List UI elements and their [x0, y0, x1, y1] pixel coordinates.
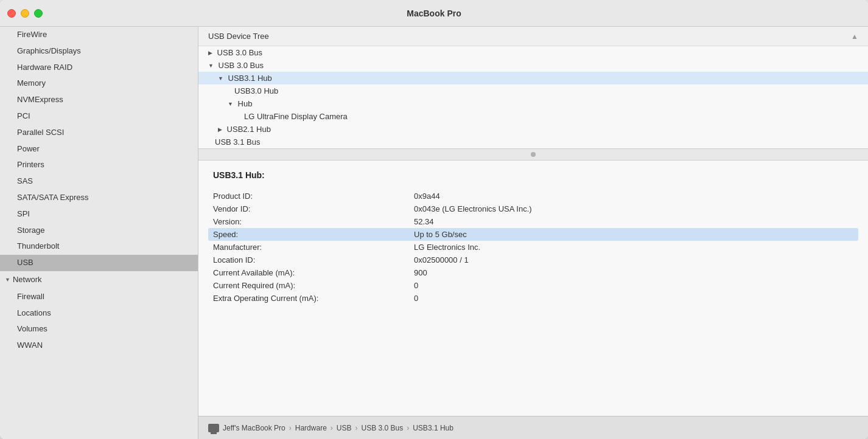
window-title: MacBook Pro	[407, 9, 461, 18]
right-panel: USB Device Tree ▲ ▶ USB 3.0 Bus ▼ USB 3.…	[198, 27, 868, 439]
sidebar-item-thunderbolt[interactable]: Thunderbolt	[0, 238, 198, 255]
usb-device-tree-section: USB Device Tree ▲ ▶ USB 3.0 Bus ▼ USB 3.…	[198, 27, 868, 148]
detail-value-speed: Up to 5 Gb/sec	[414, 230, 853, 239]
detail-value-current-available: 900	[414, 268, 853, 277]
detail-value-vendor-id: 0x043e (LG Electronics USA Inc.)	[414, 204, 853, 213]
window: MacBook Pro FireWire Graphics/Displays H…	[0, 0, 868, 439]
detail-row-location-id: Location ID: 0x02500000 / 1	[213, 254, 853, 266]
detail-row-current-required: Current Required (mA): 0	[213, 279, 853, 292]
detail-label-version: Version:	[213, 217, 414, 226]
detail-section: USB3.1 Hub: Product ID: 0x9a44 Vendor ID…	[198, 161, 868, 416]
sidebar-item-firewall[interactable]: Firewall	[0, 289, 198, 305]
detail-label-current-available: Current Available (mA):	[213, 268, 414, 277]
tree-toggle-icon: ▶	[218, 126, 222, 133]
detail-value-extra-operating: 0	[414, 294, 853, 303]
sidebar-item-storage[interactable]: Storage	[0, 223, 198, 239]
sidebar-item-spi[interactable]: SPI	[0, 206, 198, 223]
sidebar-item-sata[interactable]: SATA/SATA Express	[0, 190, 198, 206]
tree-toggle-icon: ▶	[208, 50, 212, 56]
sidebar-category-network-label: Network	[13, 274, 42, 286]
sidebar-item-graphics-displays[interactable]: Graphics/Displays	[0, 43, 198, 60]
detail-label-product-id: Product ID:	[213, 192, 414, 201]
detail-row-product-id: Product ID: 0x9a44	[213, 190, 853, 202]
sidebar-item-sas[interactable]: SAS	[0, 173, 198, 190]
tree-item-usb30-bus-2[interactable]: ▼ USB 3.0 Bus	[198, 59, 868, 72]
sidebar-category-network[interactable]: Network	[0, 271, 198, 289]
tree-header-title: USB Device Tree	[208, 32, 269, 41]
sidebar-item-pci[interactable]: PCI	[0, 108, 198, 125]
breadcrumb-computer: Jeff's MacBook Pro	[223, 424, 285, 432]
detail-row-current-available: Current Available (mA): 900	[213, 266, 853, 279]
tree-header: USB Device Tree ▲	[198, 27, 868, 46]
tree-item-hub[interactable]: ▼ Hub	[198, 97, 868, 110]
detail-row-speed[interactable]: Speed: Up to 5 Gb/sec	[208, 228, 858, 241]
detail-label-vendor-id: Vendor ID:	[213, 204, 414, 213]
detail-value-manufacturer: LG Electronics Inc.	[414, 243, 853, 252]
tree-item-usb31-bus[interactable]: ▶ USB 3.1 Bus	[198, 136, 868, 148]
computer-icon	[208, 424, 219, 432]
breadcrumb-sep-4: ›	[407, 424, 409, 432]
detail-row-vendor-id: Vendor ID: 0x043e (LG Electronics USA In…	[213, 202, 853, 215]
detail-label-speed: Speed:	[213, 230, 414, 239]
detail-label-location-id: Location ID:	[213, 255, 414, 264]
maximize-button[interactable]	[34, 9, 43, 18]
close-button[interactable]	[7, 9, 16, 18]
scroll-divider	[198, 148, 868, 161]
tree-toggle-icon: ▼	[228, 101, 233, 107]
main-content: FireWire Graphics/Displays Hardware RAID…	[0, 27, 868, 439]
breadcrumb-sep-3: ›	[355, 424, 358, 432]
breadcrumb-hardware: Hardware	[295, 424, 327, 432]
traffic-lights	[7, 9, 43, 18]
breadcrumb-usb31hub: USB3.1 Hub	[413, 424, 453, 432]
detail-value-current-required: 0	[414, 281, 853, 290]
sidebar-item-hardware-raid[interactable]: Hardware RAID	[0, 60, 198, 76]
sidebar-item-power[interactable]: Power	[0, 141, 198, 157]
breadcrumb-usb30bus: USB 3.0 Bus	[362, 424, 404, 432]
tree-toggle-icon: ▼	[208, 63, 214, 69]
tree-item-usb30-bus-1[interactable]: ▶ USB 3.0 Bus	[198, 46, 868, 59]
detail-value-product-id: 0x9a44	[414, 192, 853, 201]
sidebar-item-memory[interactable]: Memory	[0, 75, 198, 92]
detail-value-location-id: 0x02500000 / 1	[414, 255, 853, 264]
tree-item-lg-camera[interactable]: ▶ LG UltraFine Display Camera	[198, 110, 868, 123]
sidebar-item-locations[interactable]: Locations	[0, 305, 198, 322]
sidebar-item-parallel-scsi[interactable]: Parallel SCSI	[0, 125, 198, 141]
sidebar-item-wwan[interactable]: WWAN	[0, 337, 198, 354]
tree-item-usb31-hub[interactable]: ▼ USB3.1 Hub	[198, 72, 868, 85]
tree-item-usb21-hub[interactable]: ▶ USB2.1 Hub	[198, 123, 868, 136]
breadcrumb-sep-1: ›	[289, 424, 292, 432]
titlebar: MacBook Pro	[0, 0, 868, 27]
sidebar-item-printers[interactable]: Printers	[0, 157, 198, 173]
detail-label-extra-operating: Extra Operating Current (mA):	[213, 294, 414, 303]
detail-title: USB3.1 Hub:	[213, 170, 853, 180]
breadcrumb-bar: Jeff's MacBook Pro › Hardware › USB › US…	[198, 416, 868, 439]
tree-toggle-icon: ▼	[218, 75, 223, 81]
scroll-indicator	[531, 152, 536, 157]
sidebar-item-usb[interactable]: USB	[0, 255, 198, 271]
detail-label-manufacturer: Manufacturer:	[213, 243, 414, 252]
collapse-icon[interactable]: ▲	[851, 32, 858, 41]
detail-row-manufacturer: Manufacturer: LG Electronics Inc.	[213, 241, 853, 254]
detail-row-extra-operating: Extra Operating Current (mA): 0	[213, 292, 853, 305]
detail-label-current-required: Current Required (mA):	[213, 281, 414, 290]
tree-content: ▶ USB 3.0 Bus ▼ USB 3.0 Bus ▼ USB3.1 Hub	[198, 46, 868, 148]
breadcrumb-sep-2: ›	[331, 424, 333, 432]
minimize-button[interactable]	[21, 9, 29, 18]
sidebar-item-nvmexpress[interactable]: NVMExpress	[0, 92, 198, 108]
sidebar-item-volumes[interactable]: Volumes	[0, 321, 198, 337]
sidebar[interactable]: FireWire Graphics/Displays Hardware RAID…	[0, 27, 198, 439]
tree-item-usb30-hub[interactable]: ▶ USB3.0 Hub	[198, 85, 868, 97]
breadcrumb-usb: USB	[337, 424, 352, 432]
detail-value-version: 52.34	[414, 217, 853, 226]
detail-row-version: Version: 52.34	[213, 215, 853, 228]
sidebar-item-firewire[interactable]: FireWire	[0, 27, 198, 43]
